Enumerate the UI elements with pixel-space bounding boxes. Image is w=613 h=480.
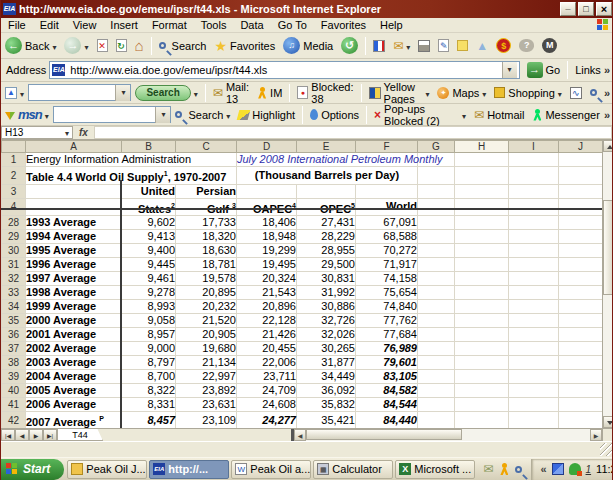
maps-button[interactable]: ✦ Maps — [433, 82, 490, 103]
provider-search-chevron-icon[interactable] — [194, 87, 198, 99]
data-row[interactable]: 331998 Average9,27820,89521,54331,99275,… — [2, 286, 603, 300]
cell-year[interactable]: 1997 Average — [26, 272, 122, 286]
home-button[interactable]: ⌂ — [131, 33, 148, 58]
row-number[interactable]: 1 — [2, 153, 26, 167]
cell-us[interactable]: 8,957 — [122, 328, 176, 342]
msn-logo-button[interactable]: msn — [1, 104, 53, 125]
row-number[interactable]: 31 — [2, 258, 26, 272]
cell-gulf[interactable]: 17,733 — [176, 216, 237, 230]
select-all-corner[interactable] — [2, 141, 26, 153]
menu-goto[interactable]: Go To — [271, 19, 314, 31]
title-bar[interactable]: EIA http://www.eia.doe.gov/emeu/ipsr/t44… — [1, 0, 613, 18]
cell-opec[interactable]: 32,026 — [297, 328, 356, 342]
cell-gulf[interactable]: 22,997 — [176, 370, 237, 384]
scroll-up-button[interactable] — [603, 140, 613, 152]
cell-opec[interactable]: 30,265 — [297, 342, 356, 356]
cell-us[interactable]: 8,797 — [122, 356, 176, 370]
col-H[interactable]: H — [455, 141, 509, 153]
data-row[interactable]: 382003 Average8,79721,13422,00631,87779,… — [2, 356, 603, 370]
cell-gulf[interactable]: 18,781 — [176, 258, 237, 272]
row-number[interactable]: 37 — [2, 342, 26, 356]
cell-opec-header[interactable]: OPEC5 — [297, 198, 356, 216]
cell-opec[interactable]: 29,500 — [297, 258, 356, 272]
menu-favorites[interactable]: Favorites — [314, 19, 373, 31]
msn-search-input[interactable] — [53, 106, 172, 123]
task-ie-t44-active[interactable]: EIA http://... — [149, 460, 229, 479]
cell-gulf[interactable]: 20,905 — [176, 328, 237, 342]
cell-oapec[interactable]: 18,406 — [237, 216, 297, 230]
cell-world-header[interactable]: World — [356, 198, 418, 216]
row-number[interactable]: 33 — [2, 286, 26, 300]
row-number[interactable]: 32 — [2, 272, 26, 286]
next-sheet-button[interactable] — [29, 429, 43, 441]
cell-world[interactable]: 77,684 — [356, 328, 418, 342]
cell-oapec[interactable]: 19,495 — [237, 258, 297, 272]
cell-opec[interactable]: 31,992 — [297, 286, 356, 300]
col-F[interactable]: F — [356, 141, 418, 153]
options-button[interactable]: Options — [306, 104, 363, 125]
maps-chevron-icon[interactable] — [482, 87, 486, 99]
scroll-down-button[interactable] — [603, 416, 613, 428]
cell-year[interactable]: 2001 Average — [26, 328, 122, 342]
spreadsheet-area[interactable]: A B C D E F G H I J 1 Energy Information… — [1, 140, 602, 428]
links-button[interactable]: Links — [571, 59, 613, 81]
task-peak-oil-doc[interactable]: W Peak Oil a... — [231, 460, 311, 479]
data-row[interactable]: 321997 Average9,46119,57820,32430,83174,… — [2, 272, 603, 286]
cell-us[interactable]: 9,058 — [122, 314, 176, 328]
data-row[interactable]: 291994 Average9,41318,32018,94828,22968,… — [2, 230, 603, 244]
cell-oapec[interactable]: 18,948 — [237, 230, 297, 244]
resize-grip[interactable] — [600, 443, 613, 456]
row-number[interactable]: 42 — [2, 412, 26, 428]
sheet-tab-t44[interactable]: T44 — [57, 429, 103, 441]
cell-gulf[interactable]: 23,631 — [176, 398, 237, 412]
msn-chevron-down-icon[interactable] — [45, 109, 49, 121]
cell-world[interactable]: 70,272 — [356, 244, 418, 258]
shopping-button[interactable]: Shopping — [490, 82, 566, 103]
cell-us[interactable]: 8,331 — [122, 398, 176, 412]
cell-gulf[interactable]: 19,578 — [176, 272, 237, 286]
back-chevron-down-icon[interactable] — [52, 40, 56, 52]
menu-view[interactable]: View — [66, 19, 104, 31]
cell-world[interactable]: 67,091 — [356, 216, 418, 230]
cell-opec[interactable]: 31,877 — [297, 356, 356, 370]
cell-world[interactable]: 71,917 — [356, 258, 418, 272]
cell-year[interactable]: 1995 Average — [26, 244, 122, 258]
menu-tools[interactable]: Tools — [194, 19, 234, 31]
cell-year[interactable]: 2004 Average — [26, 370, 122, 384]
last-sheet-button[interactable] — [43, 429, 57, 441]
messenger-tray-icon[interactable] — [569, 463, 581, 475]
forward-button[interactable]: → — [60, 33, 92, 58]
cell-oapec-header[interactable]: OAPEC4 — [237, 198, 297, 216]
mail-tray-icon[interactable]: ✉ — [483, 463, 493, 475]
row-number[interactable]: 35 — [2, 314, 26, 328]
cell-oapec[interactable]: 24,277 — [237, 412, 297, 428]
mail-status-button[interactable]: ✉ Mail: 13 — [209, 82, 253, 103]
data-row[interactable]: 352000 Average9,05821,52022,12832,72677,… — [2, 314, 603, 328]
tray-chevron-icon[interactable]: « — [540, 463, 546, 475]
vertical-scroll-thumb[interactable] — [603, 200, 613, 295]
cell-us[interactable]: 9,400 — [122, 244, 176, 258]
cell-oapec[interactable]: 20,896 — [237, 300, 297, 314]
msn-input-dropdown[interactable] — [155, 107, 170, 123]
cell-oapec[interactable]: 22,128 — [237, 314, 297, 328]
menu-insert[interactable]: Insert — [103, 19, 145, 31]
go-button[interactable]: → Go — [523, 62, 565, 78]
data-row[interactable]: 392004 Average8,70022,99723,71134,44983,… — [2, 370, 603, 384]
previous-sheet-button[interactable] — [15, 429, 29, 441]
row-number[interactable]: 30 — [2, 244, 26, 258]
data-row[interactable]: 301995 Average9,40018,63019,29928,95570,… — [2, 244, 603, 258]
spreadsheet-grid[interactable]: A B C D E F G H I J 1 Energy Information… — [1, 140, 602, 428]
cell-opec[interactable]: 36,092 — [297, 384, 356, 398]
cell-gulf-header[interactable]: Gulf 3 — [176, 198, 237, 216]
cell-year[interactable]: 2007 Average P — [26, 412, 122, 428]
sheet-row-3[interactable]: 3 United Persian — [2, 184, 603, 198]
column-header-row[interactable]: A B C D E F G H I J — [2, 141, 603, 153]
cell-year[interactable]: 1999 Average — [26, 300, 122, 314]
provider-chevron-down-icon[interactable] — [20, 87, 24, 99]
cell-world[interactable]: 84,544 — [356, 398, 418, 412]
back-button[interactable]: ← Back — [1, 33, 60, 58]
cell-oapec[interactable]: 24,608 — [237, 398, 297, 412]
scroll-right-button[interactable] — [590, 429, 602, 441]
cell-year[interactable]: 2003 Average — [26, 356, 122, 370]
notes-button[interactable] — [453, 33, 472, 58]
